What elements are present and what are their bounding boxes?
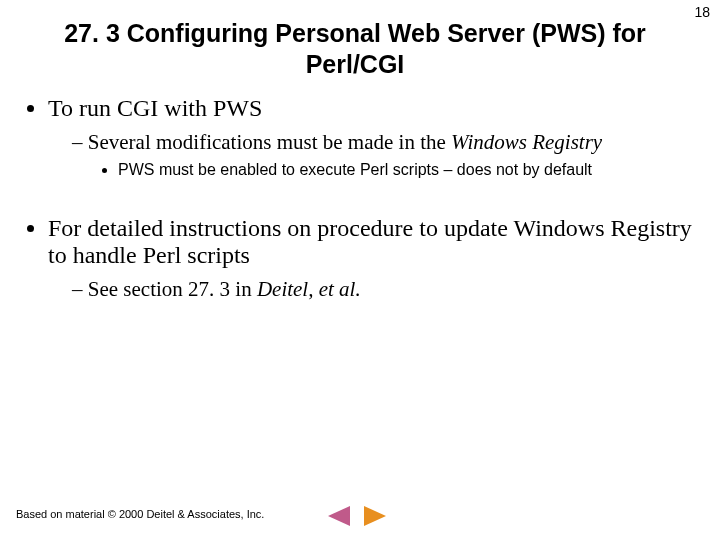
- next-icon[interactable]: [364, 504, 392, 528]
- bullet-1-1-text: Several modifications must be made in th…: [88, 130, 451, 154]
- slide-title: 27. 3 Configuring Personal Web Server (P…: [22, 18, 688, 81]
- bullet-list: To run CGI with PWS Several modification…: [48, 95, 698, 179]
- bullet-1-1-sublist: PWS must be enabled to execute Perl scri…: [118, 161, 698, 179]
- svg-marker-1: [364, 506, 386, 526]
- bullet-1-1-1-text: PWS must be enabled to execute Perl scri…: [118, 161, 592, 178]
- svg-marker-0: [328, 506, 350, 526]
- bullet-1-1: Several modifications must be made in th…: [72, 130, 698, 179]
- footer-credit: Based on material © 2000 Deitel & Associ…: [16, 508, 264, 520]
- bullet-1: To run CGI with PWS Several modification…: [48, 95, 698, 179]
- bullet-1-text: To run CGI with PWS: [48, 95, 262, 121]
- slide: 18 27. 3 Configuring Personal Web Server…: [0, 0, 720, 540]
- bullet-1-1-em: Windows Registry: [451, 130, 602, 154]
- bullet-1-1-1: PWS must be enabled to execute Perl scri…: [118, 161, 698, 179]
- nav-controls: [322, 504, 392, 528]
- bullet-2-1: See section 27. 3 in Deitel, et al.: [72, 277, 698, 302]
- bullet-2-sublist: See section 27. 3 in Deitel, et al.: [72, 277, 698, 302]
- prev-icon[interactable]: [322, 504, 350, 528]
- bullet-2-1-em: Deitel, et al.: [257, 277, 361, 301]
- bullet-1-sublist: Several modifications must be made in th…: [72, 130, 698, 179]
- bullet-2-1-text: See section 27. 3 in: [88, 277, 257, 301]
- bullet-2: For detailed instructions on procedure t…: [48, 215, 698, 302]
- bullet-list-2: For detailed instructions on procedure t…: [48, 215, 698, 302]
- spacer: [22, 189, 698, 215]
- page-number: 18: [694, 4, 710, 20]
- bullet-2-text: For detailed instructions on procedure t…: [48, 215, 692, 268]
